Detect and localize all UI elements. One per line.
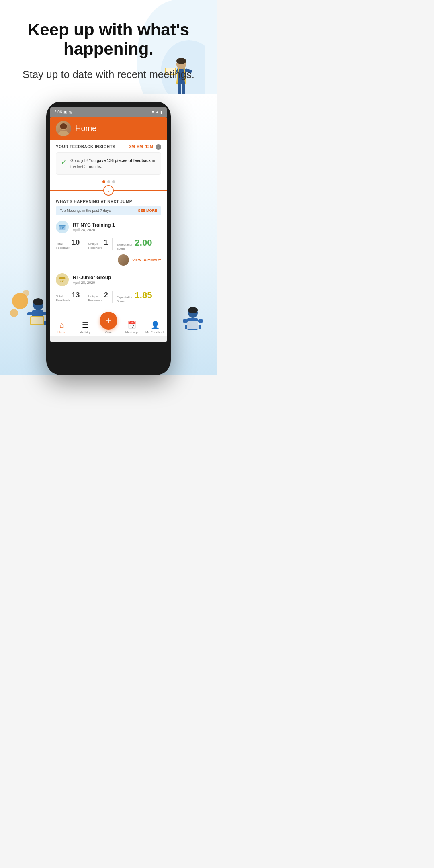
clock-icon: ◷	[69, 110, 72, 114]
decoration-figure-right-bottom	[173, 297, 213, 351]
summary-row-1: VIEW SUMMARY	[56, 253, 161, 266]
total-feedback-value-2: 13	[72, 291, 80, 299]
meeting-icon-1	[56, 221, 69, 233]
meeting-info-2: RT-Junior Group April 28, 2020	[73, 275, 161, 285]
svg-rect-30	[61, 227, 61, 228]
svg-rect-36	[59, 277, 66, 279]
meeting-date-1: April 28, 2020	[73, 228, 161, 232]
dot-3[interactable]	[112, 180, 115, 183]
unique-receivers-label-1: UniqueReceivers	[88, 242, 102, 250]
svg-point-43	[188, 307, 198, 313]
phone-mockup-section: 2:06 ▣ ◷ ▾ ▲ ▮	[0, 94, 217, 375]
my-feedback-icon: 👤	[151, 321, 160, 330]
nav-item-my-feedback[interactable]: 👤 My Feedback	[143, 321, 167, 334]
nav-item-home[interactable]: ⌂ Home	[50, 321, 74, 334]
insights-message: Good job! You gave 136 pieces of feedbac…	[70, 158, 156, 170]
svg-rect-38	[62, 280, 63, 280]
hero-title: Keep up with what's happening.	[16, 20, 201, 59]
total-feedback-label-1: TotalFeedback	[56, 242, 70, 250]
meeting-name-2: RT-Junior Group	[73, 275, 161, 280]
bottom-nav: ⌂ Home ☰ Activity + Give 📅	[50, 309, 167, 336]
meeting-avatar-1	[118, 254, 129, 266]
decoration-figure-left	[8, 281, 52, 343]
phone-device: 2:06 ▣ ◷ ▾ ▲ ▮	[46, 102, 171, 375]
meeting-item-1: RT NYC Training 1 April 28, 2020 TotalFe…	[50, 217, 167, 270]
nav-label-my-feedback: My Feedback	[145, 330, 165, 334]
svg-rect-48	[198, 319, 203, 323]
svg-rect-40	[61, 281, 61, 282]
expectation-score-value-1: 2.00	[135, 237, 152, 248]
total-feedback-1: TotalFeedback 10	[56, 238, 80, 250]
unique-receivers-value-2: 2	[104, 291, 108, 299]
signal-icon: ▲	[155, 110, 159, 114]
activity-icon: ☰	[82, 321, 88, 330]
section-divider: ⌄	[50, 186, 167, 195]
svg-point-16	[23, 290, 29, 296]
give-button[interactable]: +	[100, 312, 117, 330]
time-filter-3m[interactable]: 3M	[129, 145, 135, 149]
svg-rect-32	[63, 227, 64, 228]
expectation-score-label-1: ExpectationScore	[117, 243, 133, 251]
happening-section: WHAT'S HAPPENING AT NEXT JUMP Top Meetin…	[50, 195, 167, 217]
svg-rect-31	[62, 227, 63, 228]
svg-point-15	[10, 309, 18, 317]
meeting-name-1: RT NYC Training 1	[73, 222, 161, 228]
time-filter-group: 3M 6M 12M ?	[129, 144, 161, 150]
battery-icon: ▮	[160, 110, 163, 114]
total-feedback-label-2: TotalFeedback	[56, 295, 70, 303]
see-more-button[interactable]: SEE MORE	[138, 209, 157, 213]
nav-label-meetings: Meetings	[125, 330, 138, 334]
unique-receivers-1: UniqueReceivers 1	[88, 238, 108, 250]
app-header-title: Home	[75, 124, 96, 133]
view-summary-button-1[interactable]: VIEW SUMMARY	[132, 258, 161, 262]
unique-receivers-label-2: UniqueReceivers	[88, 295, 102, 303]
check-icon: ✓	[61, 158, 66, 166]
expectation-score-value-2: 1.85	[135, 290, 152, 301]
carousel-dots	[50, 178, 167, 186]
nav-label-give: Give	[105, 330, 112, 334]
dot-2[interactable]	[107, 180, 110, 183]
svg-rect-37	[61, 280, 61, 280]
app-content: YOUR FEEDBACK INSIGHTS 3M 6M 12M ? ✓ Goo…	[50, 140, 167, 336]
unique-receivers-value-1: 1	[104, 238, 108, 247]
nav-item-activity[interactable]: ☰ Activity	[74, 321, 97, 334]
nav-item-give[interactable]: + Give	[97, 312, 120, 334]
meeting-info-1: RT NYC Training 1 April 28, 2020	[73, 222, 161, 232]
meeting-icon-2	[56, 273, 69, 286]
meeting-stats-1: TotalFeedback 10 UniqueReceivers 1	[56, 236, 161, 253]
status-time: 2:06	[54, 110, 62, 114]
app-header: Home	[50, 117, 167, 140]
time-filter-6m[interactable]: 6M	[137, 145, 143, 149]
expectation-score-2: ExpectationScore 1.85	[117, 290, 152, 304]
expectation-score-1: ExpectationScore 2.00	[117, 237, 152, 251]
dot-1[interactable]	[102, 180, 105, 183]
svg-rect-39	[63, 280, 64, 280]
user-avatar[interactable]	[56, 121, 71, 136]
svg-rect-29	[59, 225, 66, 227]
help-icon[interactable]: ?	[156, 144, 161, 150]
unique-receivers-2: UniqueReceivers 2	[88, 291, 108, 303]
nav-label-home: Home	[57, 330, 66, 334]
total-feedback-2: TotalFeedback 13	[56, 291, 80, 303]
collapse-button[interactable]: ⌄	[103, 185, 114, 196]
svg-point-27	[58, 131, 69, 136]
svg-point-26	[60, 123, 67, 129]
nav-item-meetings[interactable]: 📅 Meetings	[120, 321, 143, 334]
happening-title: WHAT'S HAPPENING AT NEXT JUMP	[56, 199, 161, 204]
expectation-score-label-2: ExpectationScore	[117, 295, 133, 304]
top-meetings-bar: Top Meetings in the past 7 days SEE MORE	[56, 206, 161, 215]
insights-section-header: YOUR FEEDBACK INSIGHTS 3M 6M 12M ?	[50, 140, 167, 152]
time-filter-12m[interactable]: 12M	[145, 145, 153, 149]
meeting-date-2: April 28, 2020	[73, 280, 161, 285]
insights-card: ✓ Good job! You gave 136 pieces of feedb…	[56, 152, 161, 175]
svg-rect-23	[27, 312, 34, 315]
meeting-item-2: RT-Junior Group April 28, 2020 TotalFeed…	[50, 270, 167, 309]
svg-rect-41	[62, 281, 63, 282]
home-icon: ⌂	[60, 321, 64, 330]
top-meetings-label: Top Meetings in the past 7 days	[60, 209, 111, 213]
svg-point-18	[33, 298, 43, 305]
wifi-icon: ▾	[152, 110, 154, 114]
svg-rect-34	[62, 228, 63, 229]
svg-rect-47	[183, 319, 188, 323]
meeting-stats-2: TotalFeedback 13 UniqueReceivers 2	[56, 289, 161, 305]
